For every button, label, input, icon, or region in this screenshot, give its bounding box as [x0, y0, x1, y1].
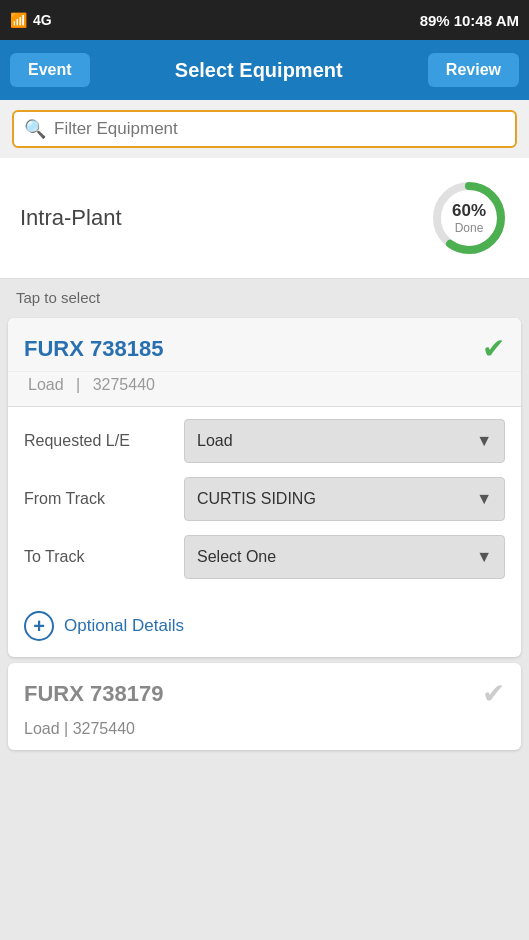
- tap-to-select-label: Tap to select: [0, 279, 529, 312]
- equipment-card-1-header[interactable]: FURX 738185 ✔: [8, 318, 521, 372]
- requested-le-value: Load: [197, 432, 233, 450]
- status-bar-right: 89% 10:48 AM: [420, 12, 519, 29]
- requested-le-label: Requested L/E: [24, 432, 184, 450]
- from-track-dropdown[interactable]: CURTIS SIDING ▼: [184, 477, 505, 521]
- to-track-label: To Track: [24, 548, 184, 566]
- from-track-value: CURTIS SIDING: [197, 490, 316, 508]
- form-row-to-track: To Track Select One ▼: [24, 535, 505, 579]
- checkmark-inactive-icon: ✔: [482, 677, 505, 710]
- equipment-title-1: FURX 738185: [24, 336, 163, 362]
- signal-strength: 4G: [33, 12, 52, 28]
- optional-details-row[interactable]: + Optional Details: [8, 605, 521, 657]
- to-track-arrow-icon: ▼: [476, 548, 492, 566]
- event-button[interactable]: Event: [10, 53, 90, 87]
- load-label-1: Load: [28, 376, 64, 393]
- donut-chart: 60% Done: [429, 178, 509, 258]
- equipment-subtitle-2: Load | 3275440: [8, 716, 521, 750]
- equipment-subtitle-1: Load | 3275440: [8, 372, 521, 407]
- clock: 10:48 AM: [454, 12, 519, 29]
- header-title: Select Equipment: [175, 59, 343, 82]
- optional-details-label: Optional Details: [64, 616, 184, 636]
- donut-center: 60% Done: [452, 201, 486, 235]
- header: Event Select Equipment Review: [0, 40, 529, 100]
- plus-circle-icon: +: [24, 611, 54, 641]
- status-bar: 📶 4G 89% 10:48 AM: [0, 0, 529, 40]
- search-input[interactable]: [54, 119, 505, 139]
- to-track-dropdown[interactable]: Select One ▼: [184, 535, 505, 579]
- to-track-value: Select One: [197, 548, 276, 566]
- battery-level: 89%: [420, 12, 450, 29]
- load-label-2: Load: [24, 720, 60, 737]
- form-row-requested-le: Requested L/E Load ▼: [24, 419, 505, 463]
- review-button[interactable]: Review: [428, 53, 519, 87]
- search-bar-container: 🔍: [0, 100, 529, 158]
- from-track-arrow-icon: ▼: [476, 490, 492, 508]
- requested-le-dropdown[interactable]: Load ▼: [184, 419, 505, 463]
- form-row-from-track: From Track CURTIS SIDING ▼: [24, 477, 505, 521]
- search-icon: 🔍: [24, 118, 46, 140]
- from-track-label: From Track: [24, 490, 184, 508]
- separator-2: |: [64, 720, 68, 737]
- requested-le-arrow-icon: ▼: [476, 432, 492, 450]
- status-bar-left: 📶 4G: [10, 12, 52, 28]
- intra-plant-label: Intra-Plant: [20, 205, 122, 231]
- separator-1: |: [76, 376, 80, 393]
- load-number-2: 3275440: [73, 720, 135, 737]
- equipment-card-2-header: FURX 738179 ✔: [8, 663, 521, 716]
- wifi-icon: 📶: [10, 12, 27, 28]
- load-number-1: 3275440: [93, 376, 155, 393]
- search-bar: 🔍: [12, 110, 517, 148]
- checkmark-active-icon: ✔: [482, 332, 505, 365]
- form-section-1: Requested L/E Load ▼ From Track CURTIS S…: [8, 407, 521, 605]
- equipment-card-1: FURX 738185 ✔ Load | 3275440 Requested L…: [8, 318, 521, 657]
- donut-percent: 60%: [452, 201, 486, 221]
- donut-done-label: Done: [452, 221, 486, 235]
- equipment-title-2: FURX 738179: [24, 681, 163, 707]
- equipment-card-2[interactable]: FURX 738179 ✔ Load | 3275440: [8, 663, 521, 750]
- intra-plant-card: Intra-Plant 60% Done: [0, 158, 529, 279]
